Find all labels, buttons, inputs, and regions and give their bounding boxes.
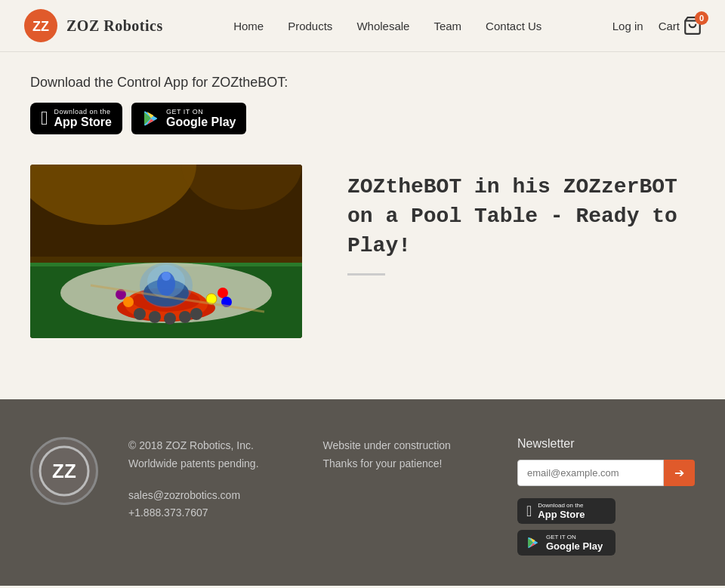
apple-icon: : [41, 107, 48, 130]
svg-rect-8: [30, 257, 302, 263]
logo-icon: ZZ: [23, 8, 59, 44]
footer-email[interactable]: sales@zozrobotics.com: [128, 489, 240, 501]
app-store-badge[interactable]:  Download on the App Store: [30, 103, 122, 134]
footer-google-play-sub: GET IT ON: [546, 534, 603, 540]
logo-area: ZZ ZOZ Robotics: [23, 8, 163, 44]
footer-website-status: Website under construction: [323, 437, 488, 455]
google-play-main: Google Play: [166, 115, 236, 129]
header: ZZ ZOZ Robotics Home Products Wholesale …: [0, 0, 725, 52]
svg-text:ZZ: ZZ: [52, 460, 76, 482]
svg-point-13: [134, 308, 146, 320]
product-divider: [347, 273, 385, 276]
footer-app-badges:  Download on the App Store GET IT ON Go…: [517, 498, 695, 556]
footer-status-col: Website under construction Thanks for yo…: [323, 437, 488, 473]
app-store-main: App Store: [54, 115, 112, 129]
google-play-icon: [142, 109, 160, 128]
app-store-sub: Download on the: [54, 108, 112, 115]
nav-contact[interactable]: Contact Us: [486, 20, 541, 32]
svg-point-15: [164, 312, 176, 325]
footer-phone: +1.888.373.7607: [128, 504, 293, 522]
nav-team[interactable]: Team: [433, 20, 461, 32]
svg-point-24: [218, 288, 228, 298]
cart-badge: 0: [695, 11, 708, 25]
svg-point-17: [190, 308, 202, 320]
product-image: [30, 165, 302, 338]
svg-point-14: [149, 311, 161, 323]
footer-google-play-icon: [526, 536, 540, 550]
product-info: ZOZtheBOT in his ZOZzerBOT on a Pool Tab…: [347, 165, 695, 276]
footer-patents: Worldwide patents pending.: [128, 455, 293, 473]
newsletter-title: Newsletter: [517, 437, 695, 451]
svg-point-22: [162, 272, 171, 281]
svg-point-16: [179, 311, 191, 323]
footer-patience: Thanks for your patience!: [323, 455, 488, 473]
footer: ZZ © 2018 ZOZ Robotics, Inc. Worldwide p…: [0, 399, 725, 586]
svg-point-26: [123, 297, 134, 307]
footer-app-store-badge[interactable]:  Download on the App Store: [517, 498, 615, 524]
footer-logo-icon: ZZ: [38, 445, 91, 497]
footer-info-col: © 2018 ZOZ Robotics, Inc. Worldwide pate…: [128, 437, 293, 522]
app-badges:  Download on the App Store GET IT ON Go…: [30, 103, 695, 134]
footer-logo: ZZ: [30, 437, 98, 505]
cart-area: Log in Cart 0: [612, 16, 702, 35]
google-play-badge[interactable]: GET IT ON Google Play: [131, 103, 246, 134]
cart-label: Cart: [659, 20, 680, 32]
footer-app-store-sub: Download on the: [538, 502, 585, 509]
footer-app-store-main: App Store: [538, 509, 585, 520]
newsletter-submit-button[interactable]: ➔: [664, 460, 695, 486]
footer-google-play-badge[interactable]: GET IT ON Google Play: [517, 530, 615, 556]
main-nav: Home Products Wholesale Team Contact Us: [233, 20, 541, 32]
footer-copyright: © 2018 ZOZ Robotics, Inc.: [128, 437, 293, 455]
login-link[interactable]: Log in: [612, 20, 643, 32]
newsletter-form: ➔: [517, 460, 695, 486]
nav-products[interactable]: Products: [288, 20, 332, 32]
download-text: Download the Control App for ZOZtheBOT:: [30, 75, 695, 91]
footer-newsletter: Newsletter ➔  Download on the App Store: [517, 437, 695, 556]
footer-logo-circle: ZZ: [30, 437, 98, 505]
logo-text: ZOZ Robotics: [66, 17, 163, 35]
nav-home[interactable]: Home: [233, 20, 264, 32]
robot-illustration: [30, 165, 302, 338]
product-title: ZOZtheBOT in his ZOZzerBOT on a Pool Tab…: [347, 172, 695, 261]
cart-button[interactable]: Cart 0: [659, 16, 702, 35]
newsletter-email-input[interactable]: [517, 460, 664, 486]
footer-google-play-main: Google Play: [546, 540, 603, 552]
footer-apple-icon: : [526, 503, 532, 520]
svg-text:ZZ: ZZ: [32, 19, 49, 34]
nav-wholesale[interactable]: Wholesale: [356, 20, 409, 32]
product-section: ZOZtheBOT in his ZOZzerBOT on a Pool Tab…: [30, 165, 695, 338]
main-content: Download the Control App for ZOZtheBOT: …: [0, 52, 725, 399]
google-play-sub: GET IT ON: [166, 108, 236, 115]
